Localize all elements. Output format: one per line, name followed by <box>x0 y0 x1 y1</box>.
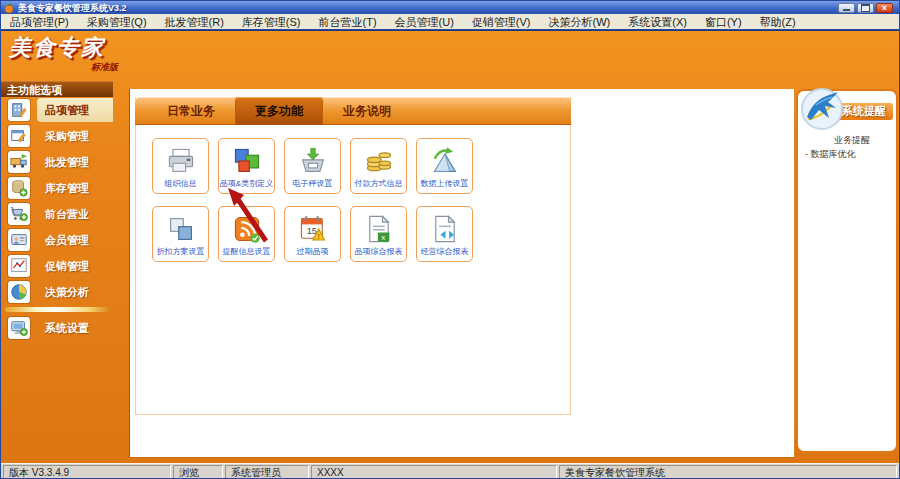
close-button[interactable]: × <box>876 3 893 13</box>
sidebar-item[interactable]: 系统设置 <box>1 315 113 341</box>
app-window: 美食专家餐饮管理系统V3.2 × 品项管理(P)采购管理(Q)批发管理(R)库存… <box>0 0 900 479</box>
upload-tent-icon <box>430 139 460 179</box>
database-plus-icon <box>8 177 30 199</box>
feature-button-label: 经营综合报表 <box>421 247 469 257</box>
window-title: 美食专家餐饮管理系统V3.2 <box>18 2 838 14</box>
svg-text:x: x <box>381 232 385 241</box>
feature-button[interactable]: 品项&类别定义 <box>218 138 275 194</box>
sidebar-item-label: 采购管理 <box>45 129 89 144</box>
menu-item[interactable]: 系统设置(X) <box>619 15 696 29</box>
sidebar-item-label: 品项管理 <box>45 103 89 118</box>
window-pencil-icon <box>8 125 30 147</box>
menu-item[interactable]: 促销管理(V) <box>463 15 540 29</box>
monitor-plus-icon <box>8 317 30 339</box>
report-arrows-icon <box>430 207 460 247</box>
sidebar-item[interactable]: 前台营业 <box>1 201 113 227</box>
menu-item[interactable]: 决策分析(W) <box>540 15 620 29</box>
feature-button[interactable]: 15!过期品项 <box>284 206 341 262</box>
sidebar-item-label: 库存管理 <box>45 181 89 196</box>
content-panel: 日常业务更多功能业务说明 组织信息品项&类别定义电子秤设置付款方式信息数据上传设… <box>129 89 795 458</box>
minimize-button[interactable] <box>838 3 855 13</box>
coins-icon <box>364 139 394 179</box>
sidebar-item[interactable]: 库存管理 <box>1 175 113 201</box>
overlap-squares-icon <box>166 207 196 247</box>
sidebar-item-label: 促销管理 <box>45 259 89 274</box>
report-excel-icon: x <box>364 207 394 247</box>
menu-item[interactable]: 会员管理(U) <box>386 15 463 29</box>
sidebar-item[interactable]: 决策分析 <box>1 279 113 305</box>
restore-icon <box>861 4 870 12</box>
main-background: 美食专家 标准版 主功能选项 品项管理采购管理批发管理库存管理前台营业会员管理促… <box>1 31 899 463</box>
feature-button-label: 品项&类别定义 <box>220 179 273 189</box>
member-card-icon <box>8 229 30 251</box>
tab-item[interactable]: 日常业务 <box>147 97 235 125</box>
feature-button-label: 电子秤设置 <box>293 179 333 189</box>
feature-button-label: 提醒信息设置 <box>223 247 271 257</box>
line-chart-icon <box>8 255 30 277</box>
menu-item[interactable]: 窗口(Y) <box>696 15 751 29</box>
printer-icon <box>166 139 196 179</box>
sidebar-settings: 系统设置 <box>1 315 113 341</box>
status-bar: 版本 V3.3.4.9浏览系统管理员XXXX美食专家餐饮管理系统 <box>1 463 899 479</box>
calendar-warning-icon: 15! <box>298 207 328 247</box>
sidebar-item[interactable]: 会员管理 <box>1 227 113 253</box>
app-icon <box>4 3 14 13</box>
sidebar-item-label: 前台营业 <box>45 207 89 222</box>
app-logo: 美食专家 标准版 <box>9 33 139 79</box>
sidebar-item[interactable]: 品项管理 <box>1 97 113 123</box>
statusbar-segment: 系统管理员 <box>225 465 309 479</box>
reminder-panel: 系统提醒 业务提醒- 数据库优化 <box>796 89 898 453</box>
feature-button[interactable]: 电子秤设置 <box>284 138 341 194</box>
sidebar-header: 主功能选项 <box>1 81 113 97</box>
statusbar-segment: 版本 V3.3.4.9 <box>3 465 171 479</box>
tab-active[interactable]: 更多功能 <box>235 97 323 125</box>
scale-basket-icon <box>298 139 328 179</box>
color-squares-icon <box>232 139 262 179</box>
sidebar-item[interactable]: 促销管理 <box>1 253 113 279</box>
building-pencil-icon <box>8 99 30 121</box>
feature-button[interactable]: 经营综合报表 <box>416 206 473 262</box>
menu-item[interactable]: 采购管理(Q) <box>78 15 156 29</box>
statusbar-segment: 美食专家餐饮管理系统 <box>559 465 897 479</box>
feature-button-label: 折扣方案设置 <box>157 247 205 257</box>
feature-button[interactable]: x品项综合报表 <box>350 206 407 262</box>
restore-button[interactable] <box>857 3 874 13</box>
close-icon: × <box>882 4 887 12</box>
statusbar-segment: 浏览 <box>173 465 223 479</box>
feature-button[interactable]: 数据上传设置 <box>416 138 473 194</box>
bird-logo-icon <box>800 87 844 131</box>
menu-item[interactable]: 前台营业(T) <box>310 15 386 29</box>
menu-item[interactable]: 批发管理(R) <box>156 15 233 29</box>
feature-button[interactable]: 提醒信息设置 <box>218 206 275 262</box>
sidebar-item[interactable]: 采购管理 <box>1 123 113 149</box>
statusbar-segment: XXXX <box>311 465 557 479</box>
sidebar-item-label: 决策分析 <box>45 285 89 300</box>
sidebar: 品项管理采购管理批发管理库存管理前台营业会员管理促销管理决策分析 <box>1 97 113 305</box>
minimize-icon <box>843 9 850 11</box>
sidebar-item-label: 系统设置 <box>45 321 89 336</box>
sidebar-item[interactable]: 批发管理 <box>1 149 113 175</box>
feature-button-label: 数据上传设置 <box>421 179 469 189</box>
feature-button-label: 品项综合报表 <box>355 247 403 257</box>
sidebar-divider <box>5 307 109 312</box>
menu-item[interactable]: 库存管理(S) <box>233 15 310 29</box>
reminder-item[interactable]: 业务提醒 <box>834 133 894 147</box>
feature-button-label: 过期品项 <box>297 247 329 257</box>
reminder-list: 业务提醒- 数据库优化 <box>798 133 894 161</box>
svg-text:!: ! <box>317 231 319 240</box>
truck-icon <box>8 151 30 173</box>
menu-item[interactable]: 品项管理(P) <box>1 15 78 29</box>
pie-chart-icon <box>8 281 30 303</box>
tab-item[interactable]: 业务说明 <box>323 97 411 125</box>
svg-text:15: 15 <box>306 225 316 235</box>
menu-item[interactable]: 帮助(Z) <box>751 15 805 29</box>
feature-button-label: 付款方式信息 <box>355 179 403 189</box>
feature-button[interactable]: 付款方式信息 <box>350 138 407 194</box>
menu-bar: 品项管理(P)采购管理(Q)批发管理(R)库存管理(S)前台营业(T)会员管理(… <box>1 14 899 30</box>
reminder-item[interactable]: - 数据库优化 <box>805 147 894 161</box>
cart-plus-icon <box>8 203 30 225</box>
tab-strip: 日常业务更多功能业务说明 <box>135 97 571 125</box>
logo-edition: 标准版 <box>91 61 118 74</box>
feature-button[interactable]: 折扣方案设置 <box>152 206 209 262</box>
feature-button[interactable]: 组织信息 <box>152 138 209 194</box>
